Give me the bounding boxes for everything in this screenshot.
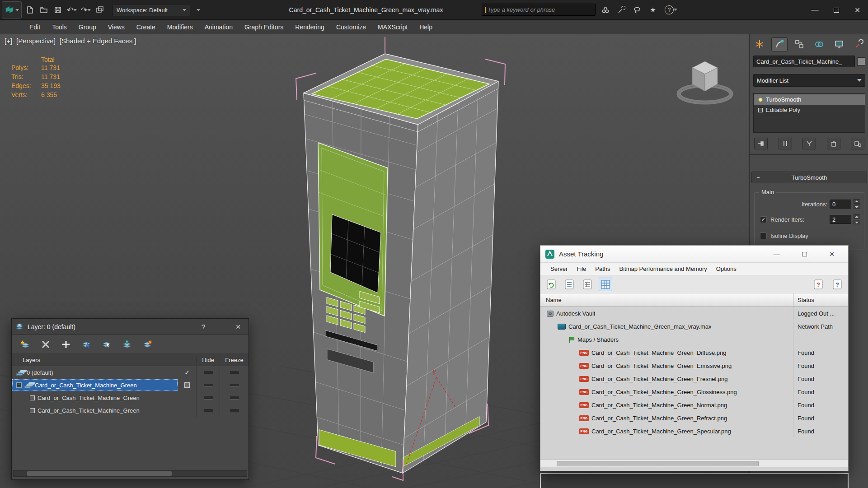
hide-toggle[interactable] bbox=[204, 371, 213, 374]
turbosmooth-rollout-header[interactable]: − TurboSmooth bbox=[751, 172, 867, 183]
layer-row[interactable]: −Card_or_Cash_Ticket_Machine_Green bbox=[12, 379, 249, 391]
toolbar-options-button[interactable] bbox=[192, 4, 204, 16]
layer-close-button[interactable]: × bbox=[231, 321, 245, 333]
tools-button[interactable] bbox=[615, 4, 627, 16]
background-window-strip[interactable] bbox=[540, 473, 849, 488]
hide-cell[interactable] bbox=[196, 404, 220, 417]
hide-column-header[interactable]: Hide bbox=[196, 357, 220, 363]
freeze-cell[interactable] bbox=[220, 366, 249, 379]
status-column-header[interactable]: Status bbox=[793, 297, 848, 303]
object-color-swatch[interactable] bbox=[857, 57, 865, 65]
open-file-button[interactable] bbox=[38, 4, 50, 16]
hide-cell[interactable] bbox=[196, 366, 220, 379]
menu-animation[interactable]: Animation bbox=[199, 20, 239, 34]
project-folder-button[interactable] bbox=[94, 4, 106, 16]
new-scene-button[interactable] bbox=[24, 4, 36, 16]
asset-row[interactable]: Autodesk VaultLogged Out ... bbox=[540, 307, 848, 320]
menu-rendering[interactable]: Rendering bbox=[289, 20, 330, 34]
menu-views[interactable]: Views bbox=[102, 20, 131, 34]
freeze-toggle[interactable] bbox=[230, 384, 239, 387]
freeze-cell[interactable] bbox=[220, 404, 249, 417]
favorites-button[interactable]: ★ bbox=[647, 4, 659, 16]
highlight-selected-layer-button[interactable] bbox=[121, 338, 133, 351]
rollout-collapse-button[interactable]: − bbox=[755, 174, 762, 181]
asset-close-button[interactable]: × bbox=[820, 247, 844, 261]
layer-row[interactable]: 0 (default)✓ bbox=[12, 366, 249, 379]
machine-model[interactable] bbox=[304, 54, 498, 473]
render-iters-input[interactable]: 2 bbox=[830, 215, 851, 224]
layer-name-cell[interactable]: −Card_or_Cash_Ticket_Machine_Green bbox=[12, 379, 178, 391]
layer-row[interactable]: Card_or_Cash_Ticket_Machine_Green bbox=[12, 391, 249, 404]
at-menu-server[interactable]: Server bbox=[546, 263, 572, 275]
menu-help[interactable]: Help bbox=[413, 20, 438, 34]
object-name-field[interactable]: Card_or_Cash_Ticket_Machine_ bbox=[753, 56, 855, 67]
asset-tracking-titlebar[interactable]: Asset Tracking — × bbox=[540, 246, 848, 263]
modifier-stack-item[interactable]: TurboSmooth bbox=[754, 94, 865, 105]
layer-name-cell[interactable]: Card_or_Cash_Ticket_Machine_Green bbox=[12, 404, 178, 417]
maximize-button[interactable] bbox=[826, 0, 847, 20]
asset-horizontal-scrollbar[interactable] bbox=[540, 460, 848, 467]
asset-row[interactable]: Card_or_Cash_Ticket_Machine_Green_max_vr… bbox=[540, 320, 848, 333]
hierarchy-tab[interactable] bbox=[791, 37, 807, 51]
delete-layer-button[interactable] bbox=[39, 338, 52, 351]
asset-row[interactable]: PNGCard_or_Cash_Ticket_Machine_Green_Glo… bbox=[540, 386, 848, 399]
menu-modifiers[interactable]: Modifiers bbox=[161, 20, 199, 34]
asset-row[interactable]: Maps / Shaders bbox=[540, 333, 848, 346]
layer-help-button[interactable]: ? bbox=[197, 321, 210, 333]
display-tab[interactable] bbox=[831, 37, 847, 51]
menu-edit[interactable]: Edit bbox=[23, 20, 46, 34]
layer-name-cell[interactable]: 0 (default) bbox=[12, 366, 178, 379]
viewport-pov-menu[interactable]: [Perspective] bbox=[16, 37, 56, 45]
viewcube[interactable] bbox=[679, 61, 731, 102]
iterations-input[interactable]: 0 bbox=[830, 200, 851, 209]
hide-toggle[interactable] bbox=[204, 409, 213, 412]
details-view-button[interactable] bbox=[581, 278, 594, 291]
menu-maxscript[interactable]: MAXScript bbox=[372, 20, 413, 34]
layer-scrollbar-thumb[interactable] bbox=[27, 471, 172, 476]
application-menu-button[interactable] bbox=[2, 1, 22, 19]
asset-row[interactable]: PNGCard_or_Cash_Ticket_Machine_Green_Spe… bbox=[540, 425, 848, 438]
search-field[interactable] bbox=[482, 4, 596, 16]
select-objects-in-layer-button[interactable] bbox=[80, 338, 93, 351]
current-layer-cell[interactable] bbox=[178, 391, 196, 404]
render-iters-checkbox[interactable]: ✓ bbox=[760, 216, 767, 223]
undo-button[interactable]: ↶ bbox=[66, 4, 78, 16]
modifier-list-dropdown[interactable]: Modifier List bbox=[753, 74, 865, 87]
layer-properties-button[interactable] bbox=[141, 338, 154, 351]
search-input[interactable] bbox=[488, 6, 592, 13]
lasso-button[interactable] bbox=[631, 4, 643, 16]
redo-button[interactable]: ↷ bbox=[80, 4, 92, 16]
menu-group[interactable]: Group bbox=[73, 20, 102, 34]
freeze-cell[interactable] bbox=[220, 379, 249, 391]
set-current-layer-button[interactable] bbox=[100, 338, 113, 351]
add-selection-to-layer-button[interactable] bbox=[60, 338, 72, 351]
asset-row[interactable]: PNGCard_or_Cash_Ticket_Machine_Green_Ref… bbox=[540, 412, 848, 425]
layer-dialog-titlebar[interactable]: Layer: 0 (default) ? × bbox=[12, 319, 249, 335]
layers-column-header[interactable]: Layers bbox=[12, 357, 178, 363]
renderable-toggle-icon[interactable] bbox=[184, 382, 190, 388]
current-layer-cell[interactable]: ✓ bbox=[178, 366, 196, 379]
iterations-spinner[interactable] bbox=[854, 199, 860, 209]
motion-tab[interactable] bbox=[811, 37, 827, 51]
resolve-paths-button[interactable]: ? bbox=[812, 278, 825, 291]
layer-name-cell[interactable]: Card_or_Cash_Ticket_Machine_Green bbox=[12, 391, 178, 404]
refresh-assets-button[interactable] bbox=[544, 278, 558, 291]
workspace-dropdown[interactable]: Workspace: Default bbox=[113, 4, 190, 16]
menu-create[interactable]: Create bbox=[131, 20, 161, 34]
at-menu-file[interactable]: File bbox=[572, 263, 591, 275]
asset-help-button[interactable]: ? bbox=[830, 278, 844, 291]
utilities-tab[interactable] bbox=[851, 37, 867, 51]
freeze-cell[interactable] bbox=[220, 391, 249, 404]
at-menu-options[interactable]: Options bbox=[712, 263, 741, 275]
at-menu-bitmap-performance-and-memory[interactable]: Bitmap Performance and Memory bbox=[615, 263, 712, 275]
viewport-shading-menu[interactable]: [Shaded + Edged Faces ] bbox=[60, 37, 136, 45]
list-view-button[interactable] bbox=[563, 278, 576, 291]
asset-minimize-button[interactable]: — bbox=[765, 247, 788, 261]
asset-row[interactable]: PNGCard_or_Cash_Ticket_Machine_Green_Fre… bbox=[540, 372, 848, 386]
freeze-toggle[interactable] bbox=[230, 396, 239, 400]
freeze-toggle[interactable] bbox=[230, 371, 239, 374]
asset-row[interactable]: PNGCard_or_Cash_Ticket_Machine_Green_Emi… bbox=[540, 359, 848, 372]
asset-scrollbar-thumb[interactable] bbox=[557, 461, 759, 466]
hide-toggle[interactable] bbox=[204, 396, 213, 400]
pin-stack-button[interactable] bbox=[754, 138, 768, 149]
